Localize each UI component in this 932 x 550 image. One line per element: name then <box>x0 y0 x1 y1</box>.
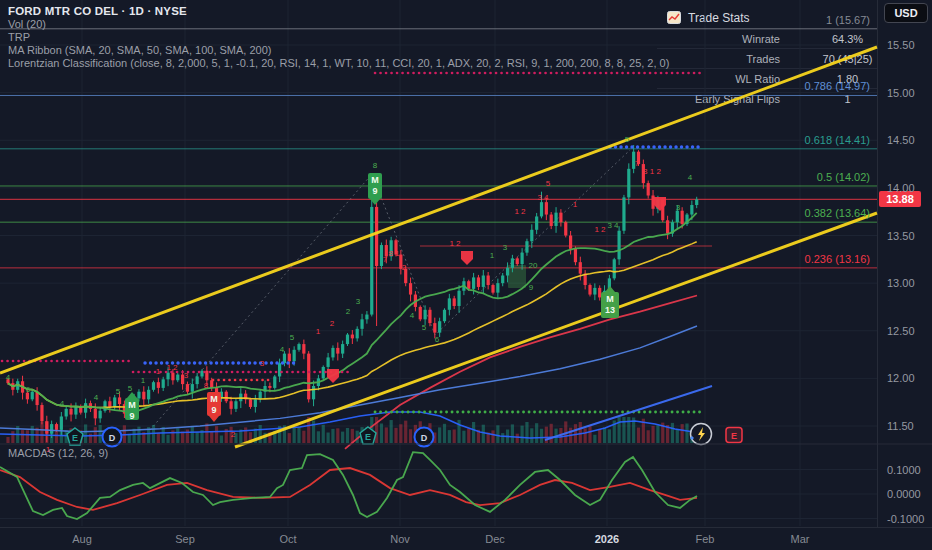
sparkle-icon <box>690 436 694 440</box>
count-annotation: 1 <box>141 376 146 385</box>
count-annotation: 2 <box>402 263 407 272</box>
macd-signal-line <box>0 468 697 510</box>
chart-legend[interactable]: FORD MTR CO DEL · 1D · NYSE Vol (20) TRP… <box>8 5 669 70</box>
count-annotation: 5 <box>128 384 133 393</box>
time-tick-label[interactable]: Nov <box>380 533 420 545</box>
count-annotation: 1 <box>156 367 161 376</box>
count-annotation: 4 <box>280 345 285 354</box>
trading-chart-app: M9M9M9M13EDEDE4614455111 23823451223878 … <box>0 0 932 550</box>
macd-tick-label: -0.1000 <box>887 513 924 525</box>
macd-tick-label: 0.0000 <box>887 488 921 500</box>
d-circle-label: D <box>421 433 428 443</box>
sell-shield-marker <box>461 251 473 265</box>
count-annotation: 20 <box>529 261 538 270</box>
signal-m-badge[interactable] <box>601 292 619 318</box>
e-box-label: E <box>731 431 737 441</box>
time-tick-label[interactable]: Oct <box>268 533 308 545</box>
count-annotation: 8 1 2 <box>643 167 661 176</box>
count-annotation: 4 <box>60 399 65 408</box>
price-tick-label: 14.00 <box>887 182 915 194</box>
candles <box>6 145 698 442</box>
time-tick-label[interactable]: Aug <box>62 533 102 545</box>
count-annotation: 1 <box>490 251 495 260</box>
count-annotation: 7 <box>383 255 388 264</box>
count-annotation: 6 <box>435 335 440 344</box>
count-annotation: 4 <box>94 393 99 402</box>
badge-point <box>209 416 219 422</box>
price-tick-label: 11.50 <box>887 420 914 432</box>
price-tick-label: 15.00 <box>887 87 915 99</box>
count-annotation: 8 1 <box>388 249 400 258</box>
count-annotation: 1 2 <box>514 207 526 216</box>
count-annotation: 9 <box>529 283 534 292</box>
count-annotation: 2 <box>330 319 335 328</box>
time-tick-label[interactable]: Sep <box>165 533 205 545</box>
price-tick-label: 13.00 <box>887 277 915 289</box>
zigzag-line <box>150 150 630 430</box>
time-tick-label[interactable]: Mar <box>780 533 820 545</box>
count-annotation: 5 <box>116 387 121 396</box>
trade-stats-row-label: WL Ratio <box>657 73 790 85</box>
trade-stats-row-label: Winrate <box>657 33 790 45</box>
count-annotation: 3 <box>503 243 508 252</box>
trade-stats-row-label: Trades <box>657 53 790 65</box>
symbol-title[interactable]: FORD MTR CO DEL · 1D · NYSE <box>8 5 669 18</box>
volume-bars <box>6 417 698 443</box>
flash-button[interactable] <box>691 424 712 445</box>
exit-hex-badge[interactable] <box>67 428 83 445</box>
indicator-lorentzian[interactable]: Lorentzian Classification (close, 8, 2,0… <box>8 57 669 70</box>
macd-indicator-label[interactable]: MACDAS (12, 26, 9) <box>8 447 108 459</box>
count-annotation: 4 <box>688 173 693 182</box>
d-circle-badge[interactable] <box>103 428 122 447</box>
e-box-badge[interactable] <box>726 428 742 443</box>
count-annotation: 4 <box>410 311 415 320</box>
count-annotation: 8 <box>373 161 378 170</box>
d-circle-badge[interactable] <box>415 428 434 447</box>
signal-m-badge[interactable] <box>368 173 382 199</box>
sma100-line <box>0 326 697 432</box>
indicator-vol[interactable]: Vol (20) <box>8 18 669 31</box>
badge-point <box>370 199 380 205</box>
fib-label: 0.5 (14.02) <box>817 171 870 183</box>
price-tick-label: 15.50 <box>887 39 915 51</box>
count-annotation: 2 <box>231 430 236 439</box>
price-axis[interactable]: USD 13.88 15.5015.0014.5014.0013.5013.00… <box>877 0 932 550</box>
count-annotation: 1 <box>316 327 321 336</box>
trade-stats-panel[interactable]: Trade Stats Winrate64.3%Trades70 (45|25)… <box>657 6 905 108</box>
time-tick-label[interactable]: Feb <box>685 533 725 545</box>
trend-line[interactable] <box>235 213 877 447</box>
time-tick-label[interactable]: Dec <box>475 533 515 545</box>
count-annotation: 1 2 <box>449 239 461 248</box>
count-annotation: 1 2 <box>594 225 606 234</box>
macd-tick-label: 0.1000 <box>887 464 921 476</box>
signal-m-badge-text: M <box>371 175 379 185</box>
exit-hex-badge[interactable] <box>360 427 376 444</box>
count-annotation: 7 <box>635 159 640 168</box>
count-annotation: 5 <box>290 333 295 342</box>
d-circle-label: D <box>109 433 116 443</box>
currency-button[interactable]: USD <box>884 3 928 23</box>
fib-label: 0.618 (14.41) <box>805 134 870 146</box>
count-annotation: 5 <box>546 179 551 188</box>
indicator-trp[interactable]: TRP <box>8 31 669 44</box>
count-annotation: 8 <box>204 381 209 390</box>
count-annotation: 6 <box>26 385 31 394</box>
time-axis[interactable]: AugSepOctNovDec2026FebMar <box>0 527 932 550</box>
trend-line[interactable] <box>545 386 712 440</box>
price-tick-label: 12.00 <box>887 372 915 384</box>
indicator-ma-ribbon[interactable]: MA Ribbon (SMA, 20, SMA, 50, SMA, 100, S… <box>8 44 669 57</box>
sma20-line <box>8 213 697 412</box>
trade-stats-title: Trade Stats <box>688 11 750 25</box>
signal-m-badge[interactable] <box>125 398 139 420</box>
fib-label: 0.382 (13.64) <box>805 207 870 219</box>
count-annotation: 3 4 <box>537 193 549 202</box>
time-tick-label[interactable]: 2026 <box>587 533 627 545</box>
trade-stats-header: Trade Stats <box>657 6 905 29</box>
trade-stats-row: Early Signal Flips1 <box>657 88 905 108</box>
count-annotation: 2 <box>346 307 351 316</box>
trade-zone <box>508 265 526 288</box>
lightning-icon <box>698 427 705 441</box>
signal-m-badge-text: M <box>210 394 218 404</box>
signal-m-badge-text: 13 <box>605 305 615 315</box>
signal-m-badge[interactable] <box>207 392 221 416</box>
